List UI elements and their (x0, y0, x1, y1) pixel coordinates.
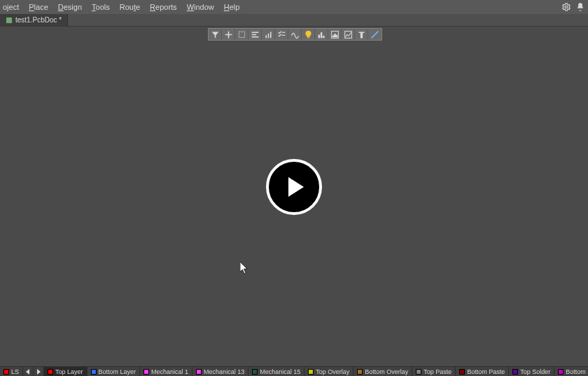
wave-icon[interactable] (288, 29, 302, 40)
histogram-icon[interactable] (328, 29, 342, 40)
plus-icon[interactable] (222, 29, 235, 40)
layer-tab[interactable]: Bottom Solder (554, 367, 588, 376)
layer-color-swatch (144, 369, 149, 375)
svg-rect-9 (320, 32, 321, 38)
menu-oject[interactable]: oject (3, 3, 19, 11)
line-icon[interactable] (368, 29, 382, 40)
document-tab[interactable]: test1.PcbDoc * (0, 14, 68, 26)
svg-rect-7 (270, 32, 271, 38)
play-icon (288, 177, 304, 197)
layer-tab-label: Mechanical 15 (260, 368, 300, 375)
layer-prev-button[interactable] (23, 367, 34, 376)
layer-tab-label: Mechanical 13 (204, 368, 244, 375)
layer-next-button[interactable] (34, 367, 44, 376)
video-play-button[interactable] (266, 159, 322, 215)
layer-tab-label: Top Layer (55, 368, 83, 375)
layer-color-swatch (48, 369, 53, 375)
layer-tab-label: Bottom Paste (467, 368, 505, 375)
bar-chart-icon[interactable] (315, 29, 328, 40)
svg-point-0 (565, 6, 568, 8)
filter-icon[interactable] (209, 29, 222, 40)
layer-set-selector[interactable]: LS (0, 367, 23, 376)
active-bar-toolbar (208, 28, 382, 41)
layer-tab-label: Bottom Solder (566, 368, 588, 375)
svg-rect-8 (318, 34, 319, 38)
layer-tab[interactable]: Bottom Layer (88, 367, 141, 376)
layer-tab-label: Bottom Layer (99, 368, 136, 375)
layer-tab-bar: LS Top LayerBottom LayerMechanical 1Mech… (0, 366, 588, 376)
menu-window[interactable]: Window (187, 3, 214, 11)
align-icon[interactable] (248, 29, 262, 40)
layer-tab[interactable]: Bottom Overlay (354, 367, 412, 376)
svg-rect-3 (251, 34, 256, 35)
layer-set-label: LS (11, 368, 19, 375)
svg-rect-10 (323, 36, 324, 38)
layer-tab-label: Top Paste (424, 368, 451, 375)
snap-grid-icon[interactable] (262, 29, 275, 40)
layer-color-swatch (357, 369, 363, 375)
layer-set-swatch (4, 369, 9, 375)
layer-tab[interactable]: Top Solder (509, 367, 554, 376)
document-tab-strip: test1.PcbDoc * (0, 14, 588, 27)
svg-rect-2 (251, 32, 258, 33)
svg-rect-12 (344, 31, 351, 38)
layer-color-swatch (91, 369, 97, 375)
pcb-doc-icon (6, 17, 13, 24)
layer-color-swatch (308, 369, 314, 375)
menu-design[interactable]: Design (58, 3, 82, 11)
lightbulb-icon[interactable] (302, 29, 315, 40)
layer-tab[interactable]: Mechanical 1 (140, 367, 192, 376)
layer-tab[interactable]: Top Paste (412, 367, 456, 376)
menu-route[interactable]: Route (120, 3, 140, 11)
menu-list: ojectPlaceDesignToolsRouteReportsWindowH… (3, 3, 239, 11)
layer-tab[interactable]: Top Layer (44, 367, 88, 376)
menu-bar: ojectPlaceDesignToolsRouteReportsWindowH… (0, 0, 588, 14)
trend-icon[interactable] (342, 29, 355, 40)
layer-color-swatch (252, 369, 258, 375)
gear-icon[interactable] (561, 2, 571, 12)
layer-color-swatch (512, 369, 518, 375)
text-icon[interactable] (355, 29, 368, 40)
svg-rect-1 (239, 32, 244, 37)
layer-color-swatch (416, 369, 421, 375)
svg-rect-6 (267, 33, 269, 38)
bell-icon[interactable] (575, 2, 585, 12)
layer-color-swatch (459, 369, 465, 375)
svg-rect-4 (251, 36, 258, 37)
layer-tab[interactable]: Bottom Paste (456, 367, 509, 376)
layer-tab-label: Top Solder (520, 368, 550, 375)
menu-tools[interactable]: Tools (92, 3, 110, 11)
menu-reports[interactable]: Reports (150, 3, 177, 11)
layer-tab-label: Top Overlay (316, 368, 349, 375)
selection-icon[interactable] (235, 29, 248, 40)
layer-tab-label: Bottom Overlay (365, 368, 408, 375)
menu-place[interactable]: Place (29, 3, 48, 11)
layer-tab[interactable]: Top Overlay (304, 367, 354, 376)
svg-rect-5 (265, 35, 267, 38)
layer-tab[interactable]: Mechanical 15 (248, 367, 304, 376)
menu-help[interactable]: Help (224, 3, 240, 11)
document-tab-title: test1.PcbDoc * (15, 16, 62, 24)
layer-tab[interactable]: Mechanical 13 (192, 367, 248, 376)
layer-color-swatch (196, 369, 202, 375)
layer-tab-label: Mechanical 1 (151, 368, 188, 375)
layer-color-swatch (558, 369, 564, 375)
checklist-icon[interactable] (275, 29, 288, 40)
